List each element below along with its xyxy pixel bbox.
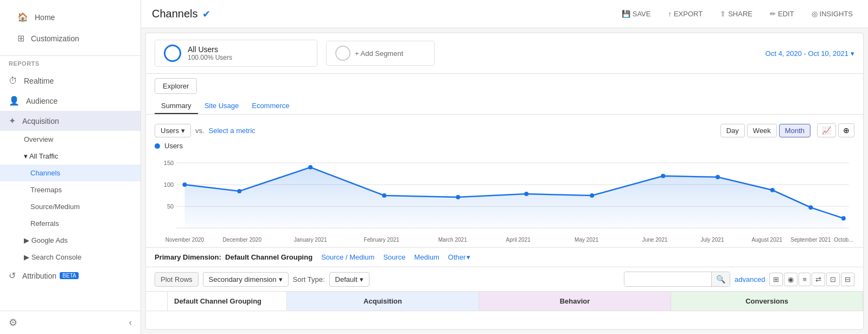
top-bar: Channels ✔ 💾 SAVE ↑ EXPORT ⇧ SHARE ✏ EDI… <box>141 0 868 28</box>
svg-point-15 <box>661 174 665 178</box>
svg-text:September 2021: September 2021 <box>790 237 831 243</box>
scatter-chart-button[interactable]: ⊕ <box>838 123 854 137</box>
search-icon[interactable]: 🔍 <box>711 272 730 286</box>
source-medium-link[interactable]: Source / Medium <box>321 253 374 261</box>
pie-view-button[interactable]: ◉ <box>784 273 797 286</box>
svg-point-9 <box>237 189 241 193</box>
acquisition-icon: ✦ <box>9 116 16 126</box>
insights-button[interactable]: ◎ INSIGHTS <box>807 7 857 21</box>
chevron-down-icon: ▾ <box>467 253 470 261</box>
sort-type-label: Sort Type: <box>293 275 325 283</box>
page-title: Channels ✔ <box>152 8 210 20</box>
save-icon: 💾 <box>622 10 630 18</box>
chart-svg: 150 100 50 <box>155 152 854 247</box>
svg-point-16 <box>716 175 720 179</box>
secondary-dimension-select[interactable]: Secondary dimension ▾ <box>203 272 289 287</box>
week-button[interactable]: Week <box>747 124 777 137</box>
sidebar: 🏠 Home ⊞ Customization REPORTS ⏱ Realtim… <box>0 0 141 334</box>
search-input[interactable] <box>624 273 711 286</box>
share-button[interactable]: ⇧ SHARE <box>716 7 757 21</box>
advanced-link[interactable]: advanced <box>735 275 765 283</box>
line-chart-button[interactable]: 📈 <box>817 123 836 137</box>
tab-summary[interactable]: Summary <box>155 98 198 114</box>
date-range-picker[interactable]: Oct 4, 2020 - Oct 10, 2021 ▾ <box>765 49 854 58</box>
list-view-button[interactable]: ≡ <box>799 273 810 286</box>
chart-svg-wrapper: 150 100 50 <box>155 152 854 247</box>
sub-tab-bar: Summary Site Usage Ecommerce <box>155 98 854 114</box>
chart-area: Users ▾ vs. Select a metric Day Week Mon… <box>146 115 863 247</box>
svg-point-10 <box>308 165 312 169</box>
export-button[interactable]: ↑ EXPORT <box>663 7 707 21</box>
sidebar-sub-referrals[interactable]: Referrals <box>0 215 141 232</box>
top-bar-actions: 💾 SAVE ↑ EXPORT ⇧ SHARE ✏ EDIT ◎ INSIGHT… <box>617 7 857 21</box>
other-dropdown[interactable]: Other▾ <box>448 253 471 261</box>
chart-controls: Users ▾ vs. Select a metric Day Week Mon… <box>155 123 854 137</box>
sidebar-sub-source-medium[interactable]: Source/Medium <box>0 198 141 215</box>
svg-point-13 <box>524 192 528 196</box>
attribution-icon: ↺ <box>9 270 16 281</box>
insights-icon: ◎ <box>812 10 818 18</box>
chart-view-buttons: 📈 ⊕ <box>817 123 854 137</box>
chart-legend: Users <box>155 142 854 150</box>
plot-rows-button[interactable]: Plot Rows <box>155 272 199 287</box>
sidebar-item-realtime[interactable]: ⏱ Realtime <box>0 71 141 91</box>
day-button[interactable]: Day <box>720 124 745 137</box>
compare-view-button[interactable]: ⇄ <box>812 273 825 286</box>
th-behavior: Behavior <box>479 292 671 311</box>
add-segment-circle-icon <box>335 46 350 61</box>
collapse-icon[interactable]: ‹ <box>129 318 132 327</box>
all-users-segment[interactable]: All Users 100.00% Users <box>155 40 317 67</box>
svg-text:March 2021: March 2021 <box>438 237 468 243</box>
sidebar-sub-google-ads[interactable]: ▶ Google Ads <box>0 232 141 249</box>
chevron-down-icon: ▾ <box>851 49 854 58</box>
explorer-tab[interactable]: Explorer <box>155 78 197 94</box>
select-metric-link[interactable]: Select a metric <box>209 127 256 135</box>
column-view-button[interactable]: ⊟ <box>841 273 854 286</box>
tab-ecommerce[interactable]: Ecommerce <box>245 98 296 114</box>
svg-point-12 <box>456 195 460 199</box>
table-header: Default Channel Grouping Acquisition Beh… <box>146 291 863 311</box>
primary-dimension-bar: Primary Dimension: Default Channel Group… <box>146 247 863 267</box>
month-button[interactable]: Month <box>779 124 810 137</box>
sidebar-item-home[interactable]: 🏠 Home <box>9 7 132 28</box>
save-button[interactable]: 💾 SAVE <box>617 7 655 21</box>
export-icon: ↑ <box>668 10 672 18</box>
tab-site-usage[interactable]: Site Usage <box>198 98 246 114</box>
sidebar-sub-overview[interactable]: Overview <box>0 131 141 148</box>
sidebar-item-attribution[interactable]: ↺ Attribution BETA <box>0 266 141 286</box>
sidebar-sub-channels[interactable]: Channels <box>0 165 141 181</box>
svg-point-18 <box>808 205 813 210</box>
edit-button[interactable]: ✏ EDIT <box>765 7 799 21</box>
svg-text:50: 50 <box>167 203 174 210</box>
sidebar-item-audience[interactable]: 👤 Audience <box>0 91 141 111</box>
metric-dropdown[interactable]: Users ▾ <box>155 124 191 137</box>
grid-view-button[interactable]: ⊞ <box>769 273 783 286</box>
svg-text:August 2021: August 2021 <box>752 237 783 243</box>
attribution-badge: BETA <box>60 272 79 279</box>
th-channel-grouping: Default Channel Grouping <box>168 292 287 311</box>
sidebar-sub-search-console[interactable]: ▶ Search Console <box>0 249 141 266</box>
segment-circle-icon <box>164 45 181 62</box>
chevron-down-icon: ▾ <box>360 275 363 283</box>
sidebar-item-customization[interactable]: ⊞ Customization <box>9 28 132 49</box>
segment-bar: All Users 100.00% Users + Add Segment Oc… <box>146 33 863 74</box>
settings-icon[interactable]: ⚙ <box>9 317 17 329</box>
add-segment-button[interactable]: + Add Segment <box>326 41 435 66</box>
segment-info: All Users 100.00% Users <box>188 45 232 61</box>
explorer-section: Explorer Summary Site Usage Ecommerce <box>146 74 863 115</box>
reports-label: REPORTS <box>0 56 141 71</box>
th-acquisition: Acquisition <box>287 292 479 311</box>
sidebar-item-acquisition[interactable]: ✦ Acquisition <box>0 111 141 131</box>
medium-link[interactable]: Medium <box>414 253 439 261</box>
svg-text:July 2021: July 2021 <box>700 237 724 243</box>
source-link[interactable]: Source <box>383 253 405 261</box>
svg-text:May 2021: May 2021 <box>575 237 599 243</box>
sidebar-sub-all-traffic[interactable]: ▾ All Traffic <box>0 148 141 165</box>
chevron-down-icon: ▾ <box>279 275 283 283</box>
share-icon: ⇧ <box>720 10 726 18</box>
sidebar-sub-treemaps[interactable]: Treemaps <box>0 181 141 198</box>
pivot-view-button[interactable]: ⊡ <box>826 273 840 286</box>
sort-default-select[interactable]: Default ▾ <box>329 272 369 287</box>
sidebar-bottom: ⚙ ‹ <box>0 311 141 334</box>
main-content: Channels ✔ 💾 SAVE ↑ EXPORT ⇧ SHARE ✏ EDI… <box>141 0 868 334</box>
